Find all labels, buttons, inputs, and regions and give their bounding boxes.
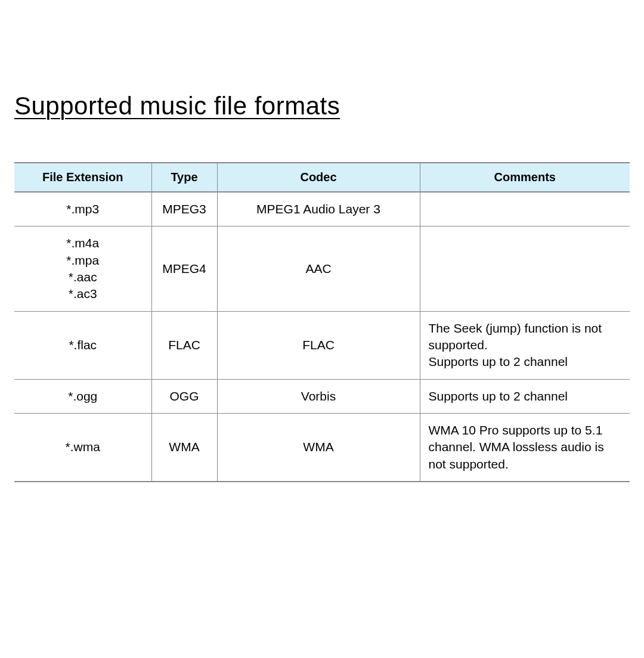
table-row: *.flac FLAC FLAC The Seek (jump) functio… xyxy=(14,311,630,379)
cell-type: OGG xyxy=(151,379,217,413)
cell-file-extension: *.m4a *.mpa *.aac *.ac3 xyxy=(14,226,151,311)
col-header-comments: Comments xyxy=(420,163,630,192)
table-row: *.m4a *.mpa *.aac *.ac3 MPEG4 AAC xyxy=(14,226,630,311)
cell-type: WMA xyxy=(151,414,217,482)
cell-comments: The Seek (jump) function is not supporte… xyxy=(420,311,630,379)
cell-comments: Supports up to 2 channel xyxy=(420,379,630,413)
cell-codec: Vorbis xyxy=(217,379,420,413)
section-heading-music-formats: Supported music file formats xyxy=(14,92,630,120)
table-header-row: File Extension Type Codec Comments xyxy=(14,163,630,192)
col-header-type: Type xyxy=(151,163,217,192)
cell-type: MPEG4 xyxy=(151,226,217,311)
cell-codec: WMA xyxy=(217,414,420,482)
table-row: *.ogg OGG Vorbis Supports up to 2 channe… xyxy=(14,379,630,413)
cell-type: FLAC xyxy=(151,311,217,379)
music-formats-table: File Extension Type Codec Comments *.mp3… xyxy=(14,162,630,482)
cell-comments: WMA 10 Pro supports up to 5.1 channel. W… xyxy=(420,414,630,482)
cell-comments xyxy=(420,226,630,311)
cell-comments xyxy=(420,192,630,226)
col-header-codec: Codec xyxy=(217,163,420,192)
col-header-file-extension: File Extension xyxy=(14,163,151,192)
cell-file-extension: *.flac xyxy=(14,311,151,379)
cell-type: MPEG3 xyxy=(151,192,217,226)
table-row: *.mp3 MPEG3 MPEG1 Audio Layer 3 xyxy=(14,192,630,226)
cell-codec: AAC xyxy=(217,226,420,311)
cell-file-extension: *.mp3 xyxy=(14,192,151,226)
cell-codec: FLAC xyxy=(217,311,420,379)
document-page: Supported music file formats File Extens… xyxy=(0,0,644,658)
table-row: *.wma WMA WMA WMA 10 Pro supports up to … xyxy=(14,414,630,482)
cell-file-extension: *.ogg xyxy=(14,379,151,413)
cell-file-extension: *.wma xyxy=(14,414,151,482)
cell-codec: MPEG1 Audio Layer 3 xyxy=(217,192,420,226)
